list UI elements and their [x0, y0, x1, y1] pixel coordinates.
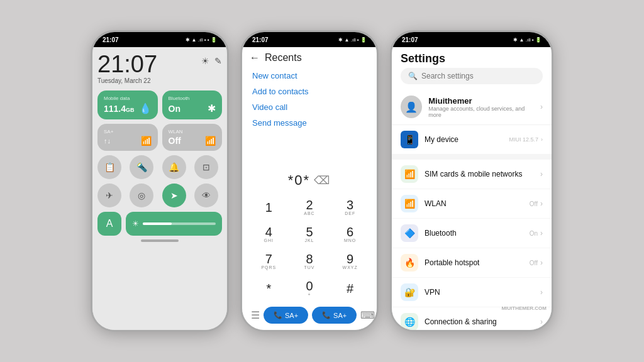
settings-title: Settings [392, 47, 552, 68]
mobile-data-unit: GB [126, 107, 135, 113]
wlan-settings-label: WLAN [425, 199, 523, 208]
cc-row4: ✈ ◎ ➤ 👁 [97, 184, 222, 207]
my-device-row[interactable]: 📱 My device MIUI 12.5.7 › [392, 125, 552, 155]
edit-icon[interactable]: ✎ [214, 56, 222, 66]
search-input[interactable] [421, 72, 535, 80]
key-0[interactable]: 0 + [289, 275, 330, 302]
divider-1 [392, 155, 552, 160]
bluetooth-row: On ✱ [169, 102, 216, 114]
dialer-header: ← Recents [242, 47, 377, 69]
key-8[interactable]: 8 TUV [289, 248, 330, 275]
my-device-version: MIUI 12.5.7 [509, 136, 538, 143]
video-call-item[interactable]: Video call [252, 102, 367, 112]
key-2[interactable]: 2 ABC [289, 194, 330, 221]
key-7[interactable]: 7 PQRS [248, 248, 289, 275]
mobile-data-row: 111.4GB 💧 [104, 102, 152, 114]
connection-right: › [540, 317, 543, 326]
key-9[interactable]: 9 WXYZ [330, 248, 370, 275]
signal-icons-3: ✱ ▲ .ıll ▪ 🔋 [513, 37, 541, 43]
status-time-2: 21:07 [252, 36, 269, 43]
sim-icon: 📶 [401, 165, 418, 183]
flashlight-btn[interactable]: 🔦 [130, 155, 153, 179]
my-device-icon: 📱 [401, 131, 418, 148]
key-5[interactable]: 5 JKL [289, 221, 330, 248]
dialer-screen: ← Recents New contact Add to contacts Vi… [242, 47, 377, 330]
location-btn[interactable]: ➤ [162, 184, 186, 207]
status-icons-3: ✱ ▲ .ıll ▪ 🔋 [513, 37, 541, 43]
bluetooth-settings-right: On › [530, 229, 543, 238]
sim-right: › [540, 170, 543, 178]
sa-label: SA+ [104, 129, 152, 134]
settings-screen: Settings 🔍 👤 Miuithemer Manage accounts,… [392, 47, 552, 330]
bluetooth-label: Bluetooth [169, 96, 216, 101]
call-sa2-btn[interactable]: 📞 SA+ [312, 307, 357, 324]
new-contact-item[interactable]: New contact [252, 71, 367, 80]
mobile-data-tile[interactable]: Mobile data 111.4GB 💧 [97, 90, 158, 119]
key-3[interactable]: 3 DEF [330, 194, 370, 221]
dial-digits: *0* [288, 172, 310, 189]
add-to-contacts-item[interactable]: Add to contacts [252, 87, 367, 96]
cc-main-grid: Mobile data 111.4GB 💧 Bluetooth On ✱ SA+ [97, 90, 222, 151]
connection-text: Connection & sharing [425, 317, 534, 326]
call-sa1-btn[interactable]: 📞 SA+ [264, 307, 308, 324]
bell-btn[interactable]: 🔔 [162, 155, 186, 179]
focus-btn[interactable]: ◎ [130, 184, 153, 207]
wlan-settings-right: Off › [530, 199, 543, 208]
hotspot-icon: 🔥 [401, 254, 418, 272]
call-icon-1: 📞 [274, 311, 282, 319]
profile-chevron-icon: › [540, 102, 543, 111]
bluetooth-tile[interactable]: Bluetooth On ✱ [162, 90, 223, 119]
dial-number-display: *0* ⌫ [242, 167, 377, 194]
show-keypad-btn[interactable]: ⌨ [360, 309, 375, 321]
sa-tile[interactable]: SA+ ↑↓ 📶 [97, 124, 158, 151]
key-star[interactable]: * [248, 275, 289, 302]
vpn-icon: 🔐 [401, 283, 418, 301]
notch-cutout-2 [291, 32, 328, 41]
sa-row: ↑↓ 📶 [104, 136, 152, 146]
settings-item-bluetooth[interactable]: 🔷 Bluetooth On › [392, 219, 552, 248]
bluetooth-chevron: › [540, 229, 543, 238]
key-4[interactable]: 4 GHI [248, 221, 289, 248]
dialer-footer: ☰ 📞 SA+ 📞 SA+ ⌨ [242, 302, 377, 330]
profile-avatar: 👤 [401, 96, 422, 118]
bluetooth-settings-label: Bluetooth [425, 229, 523, 238]
airplane-btn[interactable]: ✈ [97, 184, 121, 207]
settings-profile-row[interactable]: 👤 Miuithemer Manage accounts, cloud serv… [392, 89, 552, 125]
brightness-slider[interactable]: ☀ [126, 212, 222, 236]
profile-name: Miuithemer [428, 96, 534, 106]
notch-cutout-1 [141, 32, 179, 41]
key-6[interactable]: 6 MNO [330, 221, 370, 248]
keypad-grid: 1 2 ABC 3 DEF 4 GHI 5 JKL [242, 194, 377, 302]
dialer-menu-btn[interactable]: ☰ [251, 309, 260, 321]
wlan-tile[interactable]: WLAN Off 📶 [162, 124, 223, 151]
sun-icon[interactable]: ☀ [201, 56, 209, 66]
key-1[interactable]: 1 [248, 194, 289, 221]
cc-header: 21:07 Tuesday, March 22 ☀ ✎ [97, 52, 222, 84]
key-hash[interactable]: # [330, 275, 370, 302]
settings-search-bar[interactable]: 🔍 [401, 68, 543, 84]
settings-item-hotspot[interactable]: 🔥 Portable hotspot Off › [392, 248, 552, 278]
settings-item-vpn[interactable]: 🔐 VPN › [392, 278, 552, 307]
settings-item-wlan[interactable]: 📶 WLAN Off › [392, 189, 552, 219]
cc-date: Tuesday, March 22 [97, 77, 157, 84]
home-bar-1[interactable] [141, 239, 179, 242]
cast-btn[interactable]: ⊡ [194, 155, 218, 179]
clipboard-btn[interactable]: 📋 [97, 155, 121, 179]
eye-btn[interactable]: 👁 [194, 184, 218, 207]
send-message-item[interactable]: Send message [252, 118, 367, 128]
phone-dialer: 21:07 ✱ ▲ .ıll ▪ 🔋 ← Recents New contact… [240, 30, 379, 332]
brightness-icon: ☀ [132, 219, 139, 228]
status-icons-1: ✱ ▲ .ıll ▪ ▪ 🔋 [186, 37, 217, 43]
status-bar-3: 21:07 ✱ ▲ .ıll ▪ 🔋 [392, 32, 552, 47]
my-device-chevron: › [541, 136, 543, 143]
font-icon: A [106, 218, 113, 229]
delete-button[interactable]: ⌫ [314, 173, 331, 187]
status-time-1: 21:07 [103, 36, 119, 43]
back-button[interactable]: ← [250, 52, 260, 63]
my-device-right: MIUI 12.5.7 › [509, 136, 543, 143]
brightness-bar [143, 222, 216, 225]
settings-item-sim[interactable]: 📶 SIM cards & mobile networks › [392, 160, 552, 189]
font-btn[interactable]: A [97, 212, 121, 236]
sim-label: SIM cards & mobile networks [425, 170, 534, 178]
sa-icon: 📶 [141, 136, 152, 146]
